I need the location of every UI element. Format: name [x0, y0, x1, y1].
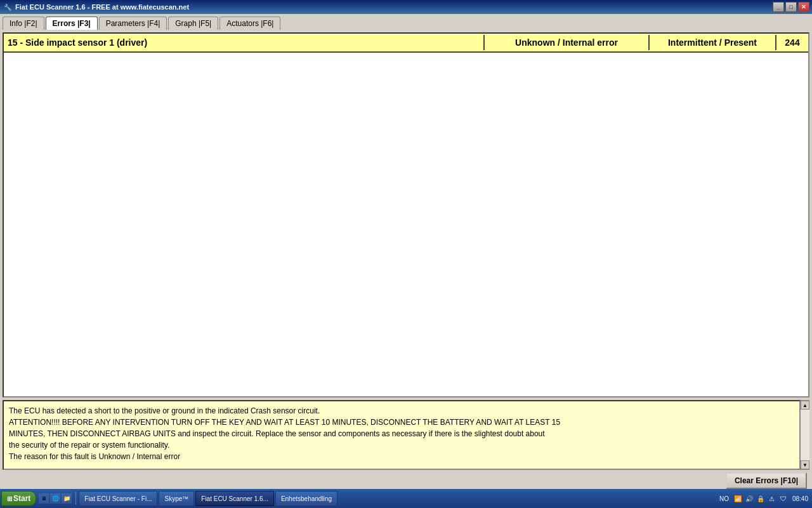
tray-icon-5: 🛡	[778, 493, 789, 504]
tray-icons: 📶 🔊 🔒 ⚠ 🛡	[733, 493, 789, 504]
tab-info[interactable]: Info |F2|	[3, 17, 44, 30]
taskbar-item-2[interactable]: Fiat ECU Scanner 1.6...	[195, 491, 274, 506]
maximize-button[interactable]: □	[785, 2, 797, 12]
description-scrollbar[interactable]: ▲ ▼	[801, 400, 809, 470]
taskbar: ⊞ Start 🖥 🌐 📁 Fiat ECU Scanner - Fi... S…	[0, 489, 812, 508]
title-bar-buttons: _ □ ✕	[773, 2, 809, 12]
tab-actuators[interactable]: Actuators |F6|	[219, 17, 280, 30]
description-container: The ECU has detected a short to the posi…	[3, 400, 809, 470]
tab-parameters[interactable]: Parameters |F4|	[99, 17, 167, 30]
taskbar-item-3[interactable]: Enhetsbehandling	[275, 491, 337, 506]
app-icon: 🔧	[3, 2, 13, 12]
scroll-down-button[interactable]: ▼	[801, 460, 809, 469]
close-button[interactable]: ✕	[798, 2, 809, 12]
scroll-up-button[interactable]: ▲	[801, 401, 809, 410]
desc-line3: MINUTES, THEN DISCONNECT AIRBAG UNITS an…	[9, 429, 545, 438]
tab-errors[interactable]: Errors |F3|	[46, 17, 98, 30]
tray-icon-2: 🔊	[744, 493, 754, 504]
error-code: 244	[776, 35, 808, 50]
error-table: 15 - Side impact sensor 1 (driver) Unkno…	[3, 32, 809, 398]
quick-icon-2[interactable]: 🌐	[50, 493, 60, 504]
tray-icon-3: 🔒	[756, 493, 766, 504]
taskbar-clock: 08:40	[792, 495, 808, 502]
tray-icon-4: ⚠	[767, 493, 777, 504]
clear-errors-button[interactable]: Clear Errors |F10|	[726, 472, 807, 489]
desc-line5: The reason for this fault is Unknown / I…	[9, 452, 180, 461]
content-area: 15 - Side impact sensor 1 (driver) Unkno…	[0, 30, 812, 494]
desc-line1: The ECU has detected a short to the posi…	[9, 406, 320, 415]
tray-icon-1: 📶	[733, 493, 743, 504]
tab-bar: Info |F2| Errors |F3| Parameters |F4| Gr…	[0, 14, 812, 30]
quick-launch-icons: 🖥 🌐 📁	[39, 493, 72, 504]
taskbar-separator	[75, 492, 76, 505]
title-bar-title: Fiat ECU Scanner 1.6 - FREE at www.fiate…	[15, 3, 189, 11]
tab-graph[interactable]: Graph |F5|	[168, 17, 218, 30]
quick-icon-1[interactable]: 🖥	[39, 493, 49, 504]
title-bar: 🔧 Fiat ECU Scanner 1.6 - FREE at www.fia…	[0, 0, 812, 14]
error-header-row: 15 - Side impact sensor 1 (driver) Unkno…	[4, 34, 808, 53]
error-body	[4, 53, 808, 396]
main-window: Info |F2| Errors |F3| Parameters |F4| Gr…	[0, 14, 812, 508]
start-button[interactable]: ⊞ Start	[1, 491, 36, 506]
description-panel: The ECU has detected a short to the posi…	[3, 400, 801, 470]
taskbar-item-0[interactable]: Fiat ECU Scanner - Fi...	[79, 491, 157, 506]
error-status: Unknown / Internal error	[485, 35, 650, 50]
error-type: Intermittent / Present	[650, 35, 776, 50]
minimize-button[interactable]: _	[773, 2, 784, 12]
scroll-track	[801, 410, 809, 460]
taskbar-right: NO 📶 🔊 🔒 ⚠ 🛡 08:40	[717, 493, 811, 504]
bottom-bar: Clear Errors |F10|	[3, 470, 809, 491]
error-description: 15 - Side impact sensor 1 (driver)	[4, 35, 485, 50]
taskbar-indicator: NO	[719, 495, 729, 502]
title-bar-left: 🔧 Fiat ECU Scanner 1.6 - FREE at www.fia…	[3, 2, 189, 12]
desc-line2: ATTENTION!!!! BEFORE ANY INTERVENTION TU…	[9, 418, 560, 427]
quick-icon-3[interactable]: 📁	[62, 493, 72, 504]
desc-line4: the security of the repair or system fun…	[9, 441, 169, 450]
taskbar-item-1[interactable]: Skype™	[159, 491, 194, 506]
